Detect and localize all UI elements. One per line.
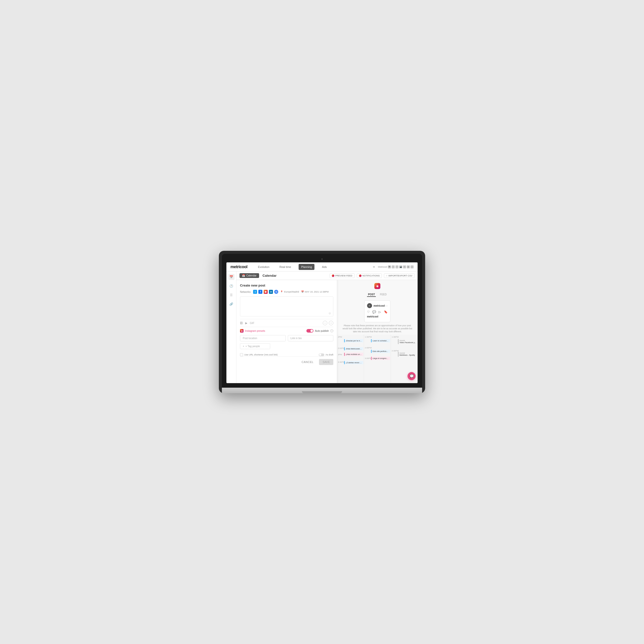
- cancel-button[interactable]: CANCEL: [298, 359, 317, 365]
- calendar-tab-label: Calendar: [246, 274, 257, 277]
- loop-icon: ∞: [372, 265, 376, 269]
- link-in-bio-input[interactable]: [288, 335, 334, 341]
- circle-toggle-btn[interactable]: ○: [323, 321, 327, 325]
- tag-people-plus-icon: +: [243, 345, 244, 348]
- presets-label[interactable]: Instagram presets: [245, 330, 265, 332]
- location-text: Europe/Madrid: [284, 291, 299, 293]
- cal-event-7[interactable]: Llega el congreso de #MarketingDigital..…: [371, 357, 390, 360]
- calendar-background: 2PM 2:02PM 3PM 3:30PM ¡Gracias por la vi…: [337, 335, 418, 383]
- tag-people-btn[interactable]: + + Tag people: [240, 343, 270, 349]
- instagram-icon[interactable]: ◉: [264, 290, 268, 294]
- sidebar-clock-icon[interactable]: 🕐: [228, 283, 234, 289]
- toolbar-right: ○ +: [323, 321, 333, 325]
- chat-fab[interactable]: 💬: [408, 372, 416, 380]
- nav-ads[interactable]: Ads: [319, 264, 329, 270]
- gif-toolbar-icon[interactable]: GIF: [250, 321, 254, 325]
- nav-right: ∞ Metricool ⛟ t f 📷 in ▶ ♪: [372, 265, 414, 269]
- cal-col-2: 1:30PM 2:00PM 3:00PM Learn to schedule p…: [364, 335, 391, 383]
- nav-planning[interactable]: Planning: [299, 264, 314, 270]
- ig-preview-header: ◉: [340, 283, 415, 289]
- auto-publish-row: Auto publish ?: [306, 329, 333, 333]
- import-export-arrow-icon: ↑: [386, 274, 387, 277]
- cal-event-1-text: ¡Gracias por la visita! Utiliza de...: [346, 340, 363, 342]
- tab-post[interactable]: POST: [367, 293, 376, 297]
- nav-realtime[interactable]: Real time: [277, 264, 294, 270]
- preview-feed-btn[interactable]: PREVIEW FEED: [330, 273, 355, 278]
- cal-event-2[interactable]: ¡Hola Metricooleis! 🎤 ¿Sabéis que se cre…: [344, 347, 363, 350]
- cal-event-7-text: Llega el congreso de #MarketingDigital..…: [373, 357, 390, 359]
- like-icon[interactable]: ♡: [367, 310, 370, 314]
- twitter-icon[interactable]: t: [253, 290, 257, 294]
- post-card: ∞ metricool ··· ♡ 💬: [364, 300, 391, 322]
- time-2-30pm-c3: 2:30PM: [392, 350, 399, 352]
- emoji-icon[interactable]: ☺: [328, 311, 331, 315]
- sidebar-link-icon[interactable]: 🔗: [228, 301, 234, 307]
- sub-nav: 📅 Calendar Calendar PREVIEW FEED: [236, 271, 418, 280]
- auto-publish-label: Auto publish: [315, 330, 329, 332]
- laptop-base: [222, 388, 422, 393]
- location-pin-icon: 📍: [280, 291, 283, 293]
- calendar-tab[interactable]: 📅 Calendar: [239, 273, 259, 278]
- facebook-icon[interactable]: f: [258, 290, 262, 294]
- post-more-icon[interactable]: ···: [385, 304, 388, 308]
- tab-feed[interactable]: FEED: [379, 293, 388, 297]
- post-username: metricool: [374, 304, 385, 307]
- preview-feed-label: PREVIEW FEED: [335, 274, 352, 277]
- import-export-btn[interactable]: ↑ IMPORT/EXPORT CSV: [384, 273, 415, 278]
- cal-event-6-text: Esto elle perficio...: [373, 350, 388, 352]
- preview-panel: ◉ POST FEED: [337, 280, 418, 335]
- share-icon[interactable]: ▷: [379, 310, 381, 314]
- cal-event-3[interactable]: ¿Has recibido un mensaje de...: [344, 353, 363, 356]
- top-nav: metricool Evolution Real time Planning A…: [226, 262, 418, 271]
- network-row: Networks: t f ◉ in G 📍: [240, 290, 333, 294]
- comment-icon[interactable]: 💬: [372, 310, 376, 314]
- cal-event-6[interactable]: Esto elle perficio...: [371, 350, 390, 353]
- post-location-input[interactable]: [240, 335, 286, 341]
- video-toolbar-icon[interactable]: ▶: [245, 321, 247, 325]
- post-avatar: ∞: [367, 303, 372, 308]
- save-button[interactable]: SAVE: [319, 359, 333, 365]
- brand-icons: Metricool ⛟ t f 📷 in ▶ ♪: [378, 265, 414, 268]
- gmb-icon[interactable]: G: [274, 290, 278, 294]
- cal-event-5-text: Learn to schedule posts on LinkedIn...: [373, 340, 390, 342]
- cal-event-4[interactable]: ¿Cuántas veces has...: [344, 361, 363, 364]
- linkedin-icon[interactable]: in: [269, 290, 273, 294]
- nav-evolution[interactable]: Evolution: [256, 264, 272, 270]
- sub-nav-left: 📅 Calendar Calendar: [239, 273, 276, 278]
- calendar-grid: 2PM 2:02PM 3PM 3:30PM ¡Gracias por la vi…: [337, 335, 418, 383]
- camera: [321, 258, 323, 260]
- cal-event-5[interactable]: Learn to schedule posts on LinkedIn...: [371, 339, 390, 342]
- post-textarea[interactable]: [240, 296, 333, 316]
- url-shortener-checkbox[interactable]: [240, 353, 243, 356]
- date-text: MAY 19, 2021 12:38PM: [305, 291, 329, 293]
- notifications-btn[interactable]: NOTIFICATIONS: [357, 273, 382, 278]
- screen: metricool Evolution Real time Planning A…: [226, 262, 418, 383]
- rss-icon: ⛟: [388, 265, 391, 268]
- calendar-date-icon: 📅: [301, 291, 304, 293]
- auto-publish-toggle[interactable]: [306, 329, 313, 333]
- as-draft-toggle[interactable]: [319, 353, 324, 356]
- time-2-02pm: 2:02PM: [338, 347, 345, 349]
- network-icons: t f ◉ in G: [253, 290, 278, 294]
- sub-nav-right: PREVIEW FEED NOTIFICATIONS ↑ IMPORT/EXPO…: [330, 273, 415, 278]
- url-shortener-label: Use URL shortener (mtr.cool link): [244, 353, 278, 356]
- toolbar-row: 🖼 ▶ GIF ○ +: [240, 319, 333, 327]
- time-1-30pm-c2: 1:30PM: [365, 336, 372, 338]
- bookmark-icon[interactable]: 🔖: [384, 310, 388, 314]
- time-2pm-c2: 2:00PM: [365, 347, 372, 349]
- image-toolbar-icon[interactable]: 🖼: [240, 321, 243, 325]
- cal-event-8[interactable]: Autolot Video Facebook y...: [398, 339, 417, 344]
- content-area: 📅 Calendar Calendar PREVIEW FEED: [236, 271, 418, 383]
- cal-col-1: 2PM 2:02PM 3PM 3:30PM ¡Gracias por la vi…: [337, 335, 364, 383]
- cal-event-9[interactable]: Autolot Metrilives - Spotify: [398, 352, 417, 357]
- cal-event-1[interactable]: ¡Gracias por la visita! Utiliza de...: [344, 339, 363, 342]
- location-info: 📍 Europe/Madrid: [280, 291, 299, 293]
- facebook-brand-icon: f: [395, 265, 398, 268]
- add-circle-btn[interactable]: +: [329, 321, 333, 325]
- sidebar-list-icon[interactable]: ☰: [228, 292, 234, 298]
- instagram-brand-icon: 📷: [399, 265, 402, 268]
- auto-publish-help-icon[interactable]: ?: [330, 329, 333, 332]
- sidebar-calendar-icon[interactable]: 📅: [228, 274, 234, 280]
- date-info: 📅 MAY 19, 2021 12:38PM: [301, 291, 329, 293]
- logo: metricool: [230, 265, 248, 269]
